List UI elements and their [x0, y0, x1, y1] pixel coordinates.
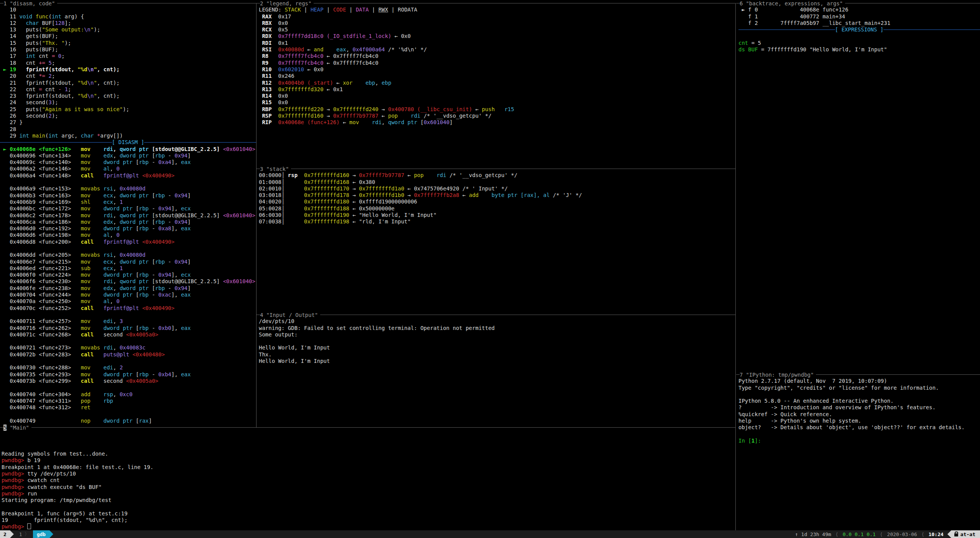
terminal-text-span: /dev/pts/10: [259, 318, 294, 324]
terminal-text-span: );: [65, 40, 71, 46]
status-time: 10:24: [927, 530, 945, 538]
terminal-text-span: fprintf@plt: [104, 305, 139, 311]
terminal-text-span: 0x40071c <func+268>: [0, 331, 81, 338]
border-line: [314, 3, 735, 3]
terminal-text-span: [94, 305, 103, 311]
terminal-line: 0x4006d8 <func+200> call fprintf@plt <0x…: [0, 239, 256, 245]
terminal-text-span: 0x94: [174, 259, 187, 265]
terminal-text-span: /* '__vdso_getcpu' */: [446, 172, 517, 178]
terminal-text-span: 0x94: [174, 219, 187, 225]
terminal-text-span: 0x7fffffffd240: [333, 106, 378, 112]
terminal-text-span: push: [482, 106, 495, 112]
terminal-text-span: ]: [449, 119, 452, 125]
terminal-text-span: ,: [113, 199, 120, 205]
pane-title: 3"stack": [257, 166, 735, 172]
terminal-text-span: Reading symbols from test...done.: [2, 451, 108, 457]
terminal-line: pwndbg> run: [2, 490, 735, 497]
pane-number: 2: [260, 0, 263, 7]
terminal-text-span: mov: [81, 285, 90, 291]
pane-input-output[interactable]: 4"Input / Output" /dev/pts/10warning: GD…: [257, 312, 735, 424]
text-cursor[interactable]: [27, 523, 31, 529]
terminal-line: R11 0x246: [259, 73, 735, 79]
terminal-text-span: func: [36, 13, 49, 20]
terminal-line: R12 0x4004b0 (_start) ← xor ebp, ebp: [259, 80, 735, 86]
terminal-text-span: tty /dev/pts/10: [27, 471, 76, 477]
terminal-text-span: -: [149, 292, 158, 298]
pane-border-vertical[interactable]: [256, 3, 257, 428]
terminal-text-span: [stdout@@GLIBC_2.2.5]: [149, 212, 223, 218]
terminal-line: 0x400735 <func+293> mov dword ptr [rbp -…: [0, 371, 256, 378]
terminal-text-span: (: [48, 13, 51, 20]
separator-line: [883, 30, 980, 30]
terminal-line: 0x4006c2 <func+178> mov rdi, qword ptr […: [0, 212, 256, 219]
terminal-text-span: dword ptr: [120, 219, 149, 225]
terminal-text-span: pwndbg>: [2, 490, 27, 497]
terminal-text-span: 0x400749: [0, 418, 81, 424]
registers-content: LEGEND: STACK | HEAP | CODE | DATA | RWX…: [257, 7, 735, 126]
terminal-line: RAX 0x17: [259, 13, 735, 20]
ipython-content[interactable]: Python 2.7.17 (default, Nov 7 2019, 10:0…: [736, 378, 980, 444]
terminal-text-span: add: [469, 192, 478, 198]
terminal-text-span: rsi: [104, 185, 113, 192]
terminal-line: 14 gets(BUF);: [0, 33, 256, 39]
border-line: [257, 169, 260, 169]
terminal-text-span: 0x1: [278, 40, 288, 46]
terminal-text-span: dword ptr: [104, 292, 133, 298]
terminal-text-span: ,: [113, 259, 120, 265]
terminal-line: 0x400748 <func+312> ret: [0, 404, 256, 411]
terminal-text-span: mov: [81, 219, 90, 225]
terminal-text-span: [61, 86, 64, 92]
separator-line: [0, 142, 112, 143]
terminal-text-span: 0x40070a <func+250>: [0, 298, 81, 304]
terminal-text-span: "Some output:: [42, 26, 84, 33]
terminal-text-span: 0x602010: [278, 66, 304, 72]
terminal-text-span: 0x4006a2 <func+146>: [0, 166, 81, 172]
terminal-text-span: [90, 205, 104, 212]
terminal-text-span: 10: [0, 7, 20, 13]
terminal-text-span: mov: [81, 192, 90, 198]
pane-backtrace-expressions[interactable]: 6"backtrace, expressions, args" ► f 0 40…: [736, 0, 980, 371]
terminal-text-span: rbp: [139, 205, 148, 212]
tmux-session-badge[interactable]: 2: [0, 530, 10, 538]
terminal-text-span: 11: [0, 13, 20, 20]
terminal-text-span: ecx: [181, 205, 191, 212]
terminal-text-span: [: [133, 205, 139, 212]
terminal-text-span: puts@plt: [104, 351, 129, 358]
terminal-line: 0x4006bc <func+172> mov dword ptr [rbp -…: [0, 205, 256, 212]
terminal-text-span: R14: [259, 93, 278, 99]
tmux-active-window-tab[interactable]: gdb: [33, 530, 49, 538]
terminal-text-span: ];: [65, 20, 71, 26]
hostname-badge: at-at: [951, 530, 980, 538]
terminal-line: [0, 411, 256, 417]
terminal-text-span: [90, 398, 104, 404]
terminal-text-span: 1: [120, 265, 123, 271]
terminal-text-span: [90, 371, 104, 377]
terminal-line: 0x4006ca <func+186> mov edx, dword ptr […: [0, 219, 256, 225]
terminal-text-span: ecx: [104, 265, 113, 271]
pane-ipython[interactable]: 7"IPython: tmp/pwndbg" Python 2.7.17 (de…: [736, 371, 980, 530]
pane-border-vertical[interactable]: [735, 3, 736, 530]
terminal-text-span: fprintf@plt: [104, 239, 139, 245]
terminal-line: 0x40070a <func+250> mov al, 0: [0, 298, 256, 305]
terminal-text-span: mov: [81, 364, 90, 371]
terminal-text-span: Breakpoint 1 at 0x40068e: file test.c, l…: [2, 464, 153, 470]
terminal-line: 10: [0, 7, 256, 13]
pane-stack[interactable]: 3"stack" 00:0000│ rsp 0x7fffffffd160 → 0…: [257, 166, 735, 312]
terminal-text-span: RAX: [259, 13, 278, 20]
terminal-text-span: call: [81, 378, 94, 384]
terminal-text-span: <0x400490>: [142, 172, 174, 179]
terminal-text-span: 0x4006bc <func+172>: [0, 205, 81, 212]
tmux-window-index[interactable]: 1: [14, 530, 25, 538]
pane-legend-regs[interactable]: 2"legend, regs" LEGEND: STACK | HEAP | C…: [257, 0, 735, 166]
terminal-text-span: [: [149, 219, 155, 225]
terminal-text-span: 13 puts(: [0, 26, 42, 33]
pane-main-gdb-console[interactable]: 5"Main" Reading symbols from test...done…: [0, 424, 735, 530]
terminal-line: pwndbg> b 19: [2, 457, 735, 464]
gdb-console-content[interactable]: Reading symbols from test...done.pwndbg>…: [0, 431, 735, 530]
pane-disasm-code[interactable]: 1"disasm, code" 10 11 void func(int arg)…: [0, 0, 256, 424]
terminal-line: [0, 245, 256, 252]
terminal-text-span: movabs: [81, 185, 100, 192]
terminal-line: 29 int main(int argc, char *argv[]): [0, 133, 256, 139]
terminal-text-span: <0x4005a0>: [126, 331, 158, 338]
terminal-text-span: HEAP: [311, 7, 324, 13]
